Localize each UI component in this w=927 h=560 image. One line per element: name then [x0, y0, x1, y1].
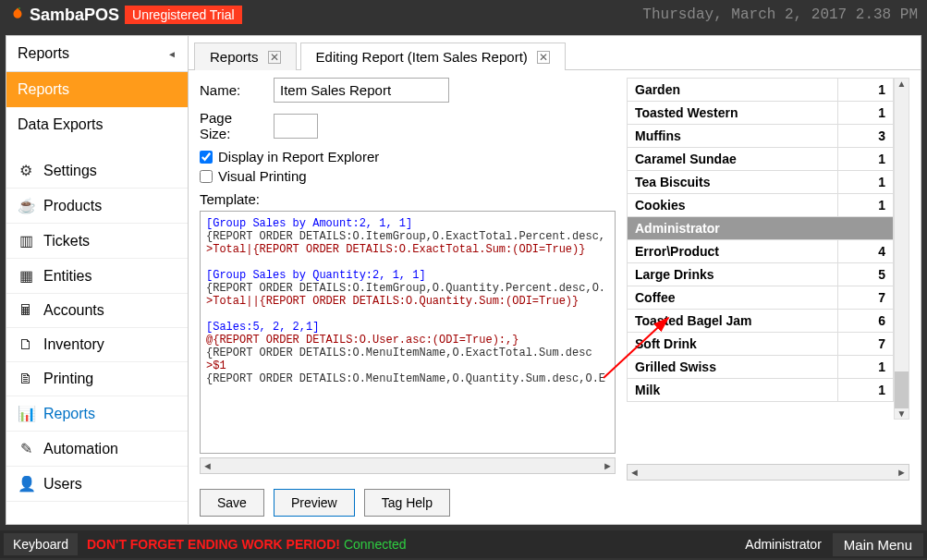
- pagesize-input[interactable]: [274, 114, 318, 139]
- sidebar-item-products[interactable]: ☕Products: [6, 189, 188, 224]
- sidebar-item-settings[interactable]: ⚙Settings: [6, 153, 188, 189]
- chevron-left-icon[interactable]: ◄: [167, 49, 177, 59]
- main-area: Reports ◄ ReportsData Exports ⚙Settings☕…: [6, 35, 921, 525]
- tab-close-icon[interactable]: ✕: [268, 51, 281, 64]
- scroll-left-icon[interactable]: ◄: [629, 467, 640, 478]
- sidebar-header[interactable]: Reports ◄: [6, 36, 188, 72]
- sidebar-item-entities[interactable]: ▦Entities: [6, 259, 188, 294]
- table-row: Large Drinks5: [628, 263, 894, 286]
- save-button[interactable]: Save: [200, 489, 264, 517]
- template-line: [206, 256, 609, 269]
- editor-horizontal-scrollbar[interactable]: ◄ ►: [200, 457, 616, 474]
- table-row: Cookies1: [628, 194, 894, 217]
- tab-1[interactable]: Editing Report (Item Sales Report)✕: [300, 43, 566, 70]
- visual-printing-checkbox-row[interactable]: Visual Printing: [200, 168, 616, 184]
- taghelp-button[interactable]: Tag Help: [364, 489, 450, 517]
- item-name-cell: Error\Product: [628, 240, 838, 263]
- sidebar-item-label: Entities: [43, 268, 91, 285]
- item-value-cell: 7: [838, 286, 894, 310]
- name-input[interactable]: [274, 78, 449, 103]
- template-line: >Total|{REPORT ORDER DETAILS:O.ExactTota…: [206, 243, 609, 256]
- table-row: Grilled Swiss1: [628, 356, 894, 379]
- sidebar-item-data-exports[interactable]: Data Exports: [6, 107, 188, 142]
- keyboard-button[interactable]: Keyboard: [4, 533, 78, 555]
- sidebar-item-tickets[interactable]: ▥Tickets: [6, 224, 188, 259]
- sidebar-item-inventory[interactable]: 🗋Inventory: [6, 328, 188, 362]
- accounts-icon: 🖩: [18, 302, 34, 319]
- work-period-warning: DON'T FORGET ENDING WORK PERIOD!: [87, 537, 340, 552]
- sidebar-item-label: Inventory: [43, 336, 104, 353]
- item-value-cell: 1: [838, 194, 894, 217]
- sidebar-item-reports[interactable]: 📊Reports: [6, 396, 188, 432]
- item-value-cell: 6: [838, 310, 894, 333]
- sidebar-item-label: Automation: [43, 441, 118, 457]
- item-name-cell: Grilled Swiss: [628, 356, 838, 379]
- table-row: Caramel Sundae1: [628, 148, 894, 171]
- users-icon: 👤: [18, 475, 34, 493]
- display-explorer-label: Display in Report Explorer: [218, 149, 379, 164]
- item-name-cell: Toasted Bagel Jam: [628, 310, 838, 333]
- pagesize-label: Page Size:: [200, 110, 264, 141]
- item-name-cell: Tea Biscuits: [628, 171, 838, 194]
- item-value-cell: 1: [838, 171, 894, 194]
- template-textarea[interactable]: [Group Sales by Amount:2, 1, 1]{REPORT O…: [200, 211, 616, 454]
- tab-0[interactable]: Reports✕: [194, 43, 297, 70]
- item-value-cell: 1: [838, 148, 894, 171]
- sidebar-bottom-nav: ⚙Settings☕Products▥Tickets▦Entities🖩Acco…: [6, 153, 188, 524]
- scroll-right-icon[interactable]: ►: [897, 467, 907, 478]
- statusbar: Keyboard DON'T FORGET ENDING WORK PERIOD…: [0, 530, 927, 558]
- scroll-up-icon[interactable]: ▲: [897, 79, 907, 89]
- table-row: Administrator: [628, 217, 894, 240]
- sidebar-item-accounts[interactable]: 🖩Accounts: [6, 294, 188, 328]
- scroll-left-icon[interactable]: ◄: [202, 460, 213, 471]
- template-line: >Total||{REPORT ORDER DETAILS:O.Quantity…: [206, 295, 609, 308]
- entities-icon: ▦: [18, 267, 34, 285]
- sidebar-item-label: Products: [43, 198, 102, 214]
- display-explorer-checkbox-row[interactable]: Display in Report Explorer: [200, 149, 616, 164]
- main-menu-button[interactable]: Main Menu: [833, 533, 923, 556]
- titlebar: SambaPOS Unregistered Trial Thursday, Ma…: [0, 0, 927, 30]
- scroll-down-icon[interactable]: ▼: [897, 408, 907, 419]
- display-explorer-checkbox[interactable]: [200, 151, 213, 164]
- template-label: Template:: [200, 191, 616, 207]
- visual-printing-checkbox[interactable]: [200, 170, 213, 183]
- visual-printing-label: Visual Printing: [218, 168, 307, 184]
- preview-vertical-scrollbar[interactable]: ▲ ▼: [894, 78, 909, 420]
- sidebar-item-printing[interactable]: 🗎Printing: [6, 362, 188, 396]
- scrollbar-thumb[interactable]: [895, 371, 909, 408]
- datetime-display: Thursday, March 2, 2017 2.38 PM: [642, 6, 918, 23]
- tab-bar: Reports✕Editing Report (Item Sales Repor…: [189, 36, 921, 70]
- tab-label: Reports: [210, 49, 259, 65]
- table-row: Tea Biscuits1: [628, 171, 894, 194]
- preview-horizontal-scrollbar[interactable]: ◄ ►: [627, 464, 909, 481]
- item-name-cell: Large Drinks: [628, 263, 838, 286]
- item-name-cell: Toasted Western: [628, 102, 838, 125]
- tab-label: Editing Report (Item Sales Report): [316, 49, 528, 65]
- sidebar-item-label: Printing: [43, 371, 93, 387]
- results-table: Garden1Toasted Western1Muffins3Caramel S…: [627, 78, 894, 402]
- preview-pane: Garden1Toasted Western1Muffins3Caramel S…: [627, 78, 909, 517]
- sidebar-top-nav: ReportsData Exports: [6, 72, 188, 142]
- tab-close-icon[interactable]: ✕: [537, 51, 550, 64]
- sidebar-item-reports[interactable]: Reports: [6, 72, 188, 107]
- table-row: Toasted Western1: [628, 102, 894, 125]
- content-area: Reports✕Editing Report (Item Sales Repor…: [189, 36, 921, 524]
- app-logo: SambaPOS: [9, 6, 119, 25]
- sidebar-item-users[interactable]: 👤Users: [6, 467, 188, 502]
- sidebar: Reports ◄ ReportsData Exports ⚙Settings☕…: [6, 36, 189, 524]
- item-name-cell: Garden: [628, 79, 838, 102]
- template-line: [Sales:5, 2, 2,1]: [206, 321, 609, 334]
- item-value-cell: 1: [838, 79, 894, 102]
- table-row: Coffee7: [628, 286, 894, 310]
- automation-icon: ✎: [18, 440, 34, 457]
- template-line: >$1: [206, 359, 609, 372]
- current-user-label: Administrator: [745, 537, 821, 552]
- item-value-cell: 7: [838, 333, 894, 356]
- scroll-right-icon[interactable]: ►: [603, 460, 613, 471]
- reports-icon: 📊: [18, 405, 34, 422]
- sidebar-item-label: Accounts: [43, 302, 104, 319]
- preview-button[interactable]: Preview: [274, 489, 355, 517]
- sidebar-item-automation[interactable]: ✎Automation: [6, 432, 188, 467]
- printing-icon: 🗎: [18, 371, 34, 387]
- item-name-cell: Cookies: [628, 194, 838, 217]
